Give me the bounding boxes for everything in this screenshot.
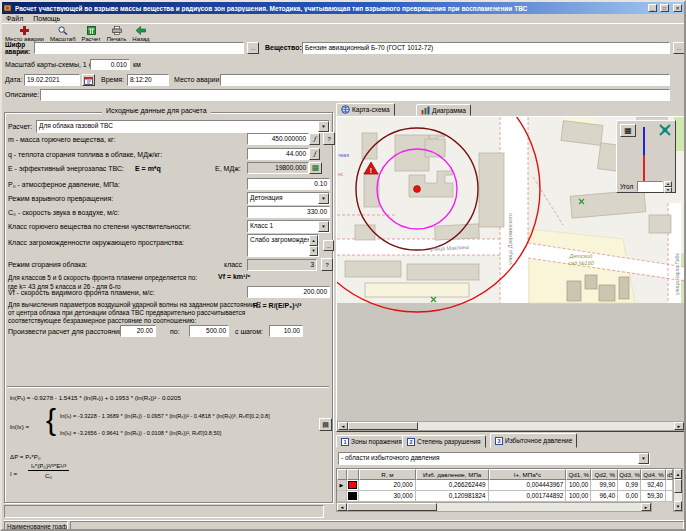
column-header[interactable]: Qd3, % [618, 469, 641, 480]
formula-deltap: ΔP = Pₓ*P₀ [10, 453, 40, 460]
range-step-input[interactable]: 10.00 [269, 325, 303, 337]
angle-gauge [641, 127, 647, 185]
calc-type-select[interactable]: Для облака газовой ТВС ▼ [36, 120, 330, 133]
tab-destruction-degree[interactable]: 2 Степень разрушения [402, 435, 486, 448]
chevron-down-icon[interactable]: ▼ [318, 121, 329, 132]
legend-button[interactable]: ▦ [620, 124, 636, 137]
column-header[interactable]: Изб. давление, МПа [416, 469, 489, 480]
maximize-button[interactable]: □ [660, 4, 669, 12]
calendar-icon [84, 76, 93, 85]
range-label: Произвести расчет для расстояний с [8, 328, 128, 336]
close-button[interactable]: ✕ [673, 4, 682, 12]
scrollbar-thumb[interactable] [347, 503, 437, 511]
energy-label: E - эффективный энергозапас ТВС: [8, 165, 124, 173]
description-input[interactable] [40, 89, 670, 101]
angle-panel: ▦ Угол ▲ ▼ [616, 120, 676, 193]
explosion-mode-label: Режим взрывного превращения: [8, 195, 113, 203]
substance-browse-button[interactable]: ... [673, 42, 685, 54]
place-input[interactable] [220, 74, 670, 86]
scroll-right-icon[interactable]: ► [641, 503, 651, 511]
map-h-scrollbar[interactable]: ◄ ► [337, 421, 685, 431]
energy-unit-label: Е, МДж: [215, 165, 241, 173]
tab-damage-zones[interactable]: 1 Зоны поражения [336, 435, 407, 448]
table-row[interactable]: 30,000 0,120981824 0,001744892 100,00 96… [337, 491, 673, 502]
scrollbar-thumb[interactable] [348, 422, 418, 430]
accident-point[interactable] [414, 186, 421, 193]
scale-input[interactable]: 0.010 [90, 59, 130, 70]
calendar-button[interactable] [82, 74, 95, 86]
scroll-down-icon[interactable]: ▼ [674, 501, 682, 511]
range-to-label: по: [170, 328, 180, 336]
map-panel[interactable]: ! улица Маклина улица Дзержинского улица… [336, 116, 686, 432]
date-input[interactable]: 19.02.2021 [24, 74, 80, 86]
spin-down-icon[interactable]: ▼ [309, 246, 318, 257]
scroll-right-icon[interactable]: ► [674, 422, 684, 430]
table-row[interactable]: ▶ 20,000 0,266262449 0,004443967 100,00 … [337, 480, 673, 491]
formula-doc-button[interactable]: ▤ [319, 418, 332, 431]
substance-input[interactable]: Бензин авиационный Б-70 (ГОСТ 1012-72) [302, 42, 670, 54]
angle-spinner[interactable]: ▲ ▼ [664, 181, 672, 192]
spin-up-icon[interactable]: ▲ [309, 235, 318, 246]
angle-label: Угол [620, 183, 633, 190]
chevron-down-icon[interactable]: ▼ [638, 453, 649, 464]
burn-mode-help-button[interactable]: ? [321, 258, 333, 271]
cipher-browse-button[interactable]: ... [247, 42, 259, 54]
energy-calc-button[interactable]: ▦ [309, 162, 322, 174]
overpressure-filter-select[interactable]: - области избыточного давления ▼ [338, 452, 650, 465]
table-h-scrollbar[interactable]: ◄ ► [336, 502, 652, 512]
mass-help-button[interactable]: ? [323, 132, 335, 145]
sensitivity-class-select[interactable]: Класс 1 ▼ [247, 220, 330, 233]
time-input[interactable]: 8:12:20 [127, 74, 169, 86]
substance-label: Вещество: [265, 44, 302, 52]
clutter-class-spinner[interactable]: Слабо загроможденное и ▲ ▼ [247, 234, 319, 257]
heat-fx-button[interactable]: ƒ [309, 148, 320, 160]
minimize-button[interactable]: _ [648, 4, 657, 12]
column-header[interactable]: Qd2, % [591, 469, 618, 480]
column-header[interactable]: R, м [359, 469, 416, 480]
spin-down-icon[interactable]: ▼ [664, 187, 672, 193]
kindergarten-label-2: сад №160 [568, 260, 594, 266]
pressure-input[interactable]: 0.10 [247, 178, 330, 190]
clutter-browse-button[interactable]: ... [323, 240, 334, 251]
toolbar-calculate[interactable]: Расчет [79, 25, 104, 43]
range-from-input[interactable]: 20.00 [120, 325, 156, 337]
brace: { [46, 405, 56, 435]
range-to-input[interactable]: 500.00 [189, 325, 229, 337]
tab-diagram[interactable]: Диаграмма [416, 104, 471, 116]
tab-map[interactable]: Карта-схема [336, 103, 395, 116]
flame-speed-input[interactable]: 200.000 [247, 286, 330, 298]
column-header[interactable]: Qd4, % [641, 469, 666, 480]
explosion-mode-select[interactable]: Детонация ▼ [247, 192, 330, 205]
cipher-input[interactable] [34, 42, 244, 54]
sound-speed-input[interactable]: 330.00 [247, 206, 330, 218]
clutter-class-label: Класс загроможденности окружающего прост… [8, 239, 184, 247]
results-table: R, м Изб. давление, МПа I+, МПа*с Qd1, %… [336, 468, 673, 502]
tab-overpressure[interactable]: 3 Избыточное давление [490, 433, 577, 448]
angle-input[interactable] [637, 181, 663, 192]
column-header[interactable]: d5, [666, 469, 673, 480]
toolbar-scale[interactable]: Масштаб [47, 25, 79, 43]
toolbar-print[interactable]: Печать [104, 25, 130, 43]
mass-fx-button[interactable]: ƒ [309, 133, 320, 145]
scrollbar-thumb[interactable] [674, 479, 682, 493]
column-header[interactable]: Qd1, % [566, 469, 591, 480]
table-header-row: R, м Изб. давление, МПа I+, МПа*с Qd1, %… [337, 469, 673, 480]
app-window: Расчет участвующей во взрыве массы вещес… [0, 0, 686, 531]
toolbar-back[interactable]: Назад [129, 25, 152, 43]
chevron-down-icon[interactable]: ▼ [318, 221, 329, 232]
scale-unit-label: км [133, 61, 141, 69]
chevron-down-icon[interactable]: ▼ [318, 193, 329, 204]
description-label: Описание: [5, 91, 39, 99]
scroll-left-icon[interactable]: ◄ [338, 422, 348, 430]
scroll-left-icon[interactable]: ◄ [337, 503, 347, 511]
heat-input[interactable]: 44.000 [247, 148, 309, 160]
place-label: Место аварии: [174, 76, 221, 84]
column-header[interactable]: I+, МПа*с [489, 469, 567, 480]
title-bar: Расчет участвующей во взрыве массы вещес… [2, 2, 684, 14]
menu-file[interactable]: Файл [6, 15, 23, 22]
scroll-up-icon[interactable]: ▲ [674, 469, 682, 479]
menu-help[interactable]: Помощь [33, 15, 60, 22]
compass-icon[interactable] [658, 123, 673, 137]
table-v-scrollbar[interactable]: ▲ ▼ [673, 468, 683, 512]
mass-input[interactable]: 450.000000 [247, 133, 309, 145]
